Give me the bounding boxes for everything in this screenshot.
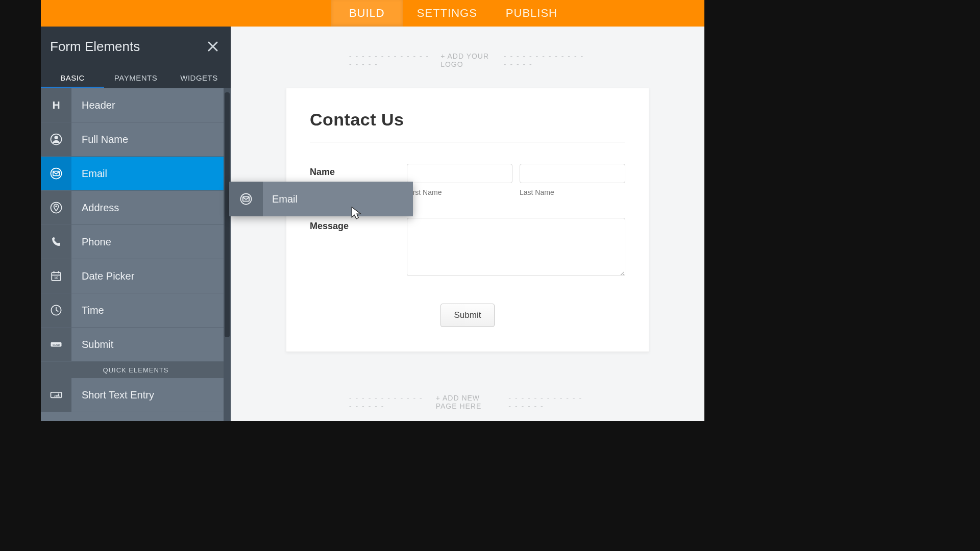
- tab-settings[interactable]: SETTINGS: [403, 0, 492, 27]
- address-icon: [41, 191, 71, 224]
- tab-publish[interactable]: PUBLISH: [492, 0, 572, 27]
- top-nav: BUILD SETTINGS PUBLISH: [41, 0, 704, 27]
- add-new-page-placeholder[interactable]: - - - - - - - - - - - - - - - - - - + AD…: [349, 394, 586, 410]
- form-title[interactable]: Contact Us: [310, 110, 625, 142]
- element-short-text-entry[interactable]: ABC Short Text Entry: [41, 378, 231, 412]
- email-icon: [41, 157, 71, 190]
- datepicker-icon: 10: [41, 259, 71, 293]
- tab-build[interactable]: BUILD: [331, 0, 403, 27]
- shorttext-icon: ABC: [41, 378, 71, 412]
- message-label: Message: [310, 218, 407, 232]
- form-canvas: - - - - - - - - - - - - - - - - - - + AD…: [231, 27, 704, 421]
- element-address[interactable]: Address: [41, 191, 231, 225]
- element-date-picker[interactable]: 10 Date Picker: [41, 259, 231, 293]
- svg-point-4: [55, 136, 58, 139]
- drag-ghost-email: Email: [229, 182, 413, 216]
- add-logo-placeholder[interactable]: - - - - - - - - - - - - - - - - - - + AD…: [349, 52, 586, 68]
- dash-decoration: - - - - - - - - - - - - - - - - - -: [349, 394, 427, 410]
- add-new-page-label: + ADD NEW PAGE HERE: [436, 394, 500, 410]
- sidebar-title: Form Elements: [50, 39, 140, 55]
- element-label: Time: [71, 305, 104, 316]
- message-row: Message: [310, 218, 625, 278]
- close-icon: [207, 40, 219, 53]
- svg-point-8: [55, 206, 57, 208]
- dash-decoration: - - - - - - - - - - - - - - - - - -: [504, 52, 586, 68]
- element-label: Date Picker: [71, 270, 134, 282]
- message-textarea[interactable]: [407, 218, 625, 276]
- submit-row: Submit: [310, 304, 625, 327]
- element-label: Address: [71, 202, 119, 214]
- header-icon: H: [41, 88, 71, 122]
- fullname-icon: [41, 122, 71, 156]
- element-label: Email: [71, 168, 107, 180]
- element-email[interactable]: Email: [41, 157, 231, 191]
- email-icon: [229, 182, 263, 216]
- element-full-name[interactable]: Full Name: [41, 122, 231, 157]
- close-panel-button[interactable]: [204, 38, 222, 55]
- sidebar-header: Form Elements: [41, 27, 231, 66]
- sidebar-tab-widgets[interactable]: WIDGETS: [167, 66, 231, 88]
- name-label: Name: [310, 164, 407, 178]
- drag-ghost-label: Email: [263, 193, 298, 205]
- element-label: Submit: [71, 339, 113, 350]
- svg-text:10: 10: [54, 276, 58, 280]
- form-elements-panel: Form Elements BASIC PAYMENTS WIDGETS H H…: [41, 27, 231, 421]
- name-fields: First Name Last Name: [407, 164, 625, 196]
- first-name-input[interactable]: [407, 164, 512, 183]
- element-phone[interactable]: Phone: [41, 225, 231, 259]
- sidebar-tab-basic[interactable]: BASIC: [41, 66, 104, 88]
- svg-text:ABC: ABC: [54, 394, 61, 397]
- sidebar-tab-payments[interactable]: PAYMENTS: [104, 66, 167, 88]
- add-logo-label: + ADD YOUR LOGO: [440, 52, 495, 68]
- form-card: Contact Us Name First Name Last Name Mes…: [286, 88, 649, 352]
- svg-text:SEND: SEND: [53, 343, 60, 346]
- svg-text:H: H: [52, 99, 60, 111]
- element-label: Full Name: [71, 134, 128, 145]
- element-submit[interactable]: SEND Submit: [41, 328, 231, 362]
- element-time[interactable]: Time: [41, 293, 231, 328]
- svg-line-16: [56, 310, 58, 312]
- quick-elements-header: QUICK ELEMENTS: [41, 362, 231, 378]
- elements-list: H Header Full Name Email Ad: [41, 88, 231, 421]
- last-name-sublabel: Last Name: [520, 188, 625, 196]
- element-label: Short Text Entry: [71, 389, 154, 401]
- submit-button[interactable]: Submit: [440, 304, 495, 327]
- sidebar-tabs: BASIC PAYMENTS WIDGETS: [41, 66, 231, 88]
- dash-decoration: - - - - - - - - - - - - - - - - - -: [349, 52, 431, 68]
- submit-icon: SEND: [41, 328, 71, 361]
- last-name-input[interactable]: [520, 164, 625, 183]
- phone-icon: [41, 225, 71, 259]
- time-icon: [41, 293, 71, 327]
- element-label: Phone: [71, 236, 111, 248]
- dash-decoration: - - - - - - - - - - - - - - - - - -: [508, 394, 586, 410]
- elements-scrollbar[interactable]: [224, 88, 231, 421]
- element-header[interactable]: H Header: [41, 88, 231, 122]
- first-name-sublabel: First Name: [407, 188, 512, 196]
- app-window: BUILD SETTINGS PUBLISH Form Elements BAS…: [41, 0, 704, 421]
- element-label: Header: [71, 99, 115, 111]
